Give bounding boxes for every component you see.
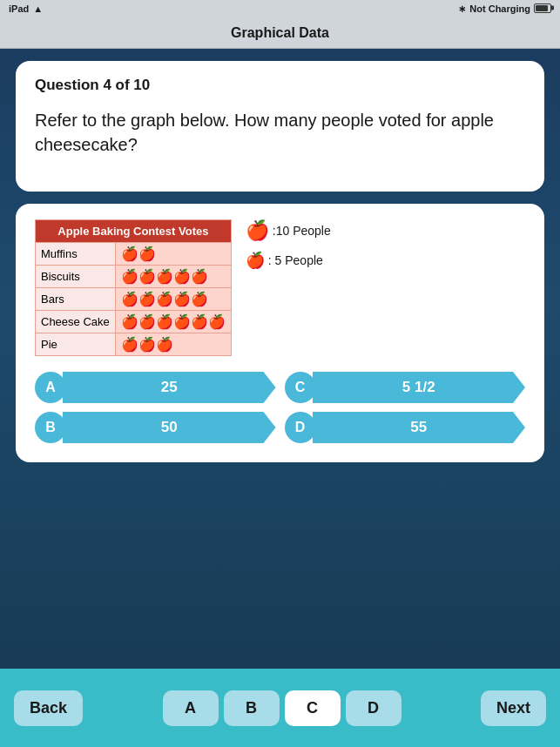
- answer-row-a[interactable]: A 25: [35, 372, 276, 403]
- legend-item-small: 🍎 : 5 People: [246, 251, 331, 270]
- answer-letter-d[interactable]: D: [285, 412, 316, 443]
- answer-value-a[interactable]: 25: [63, 372, 276, 403]
- table-container: Apple Baking Contest Votes Muffins 🍎🍎 Bi…: [35, 219, 525, 356]
- legend-apple-small-icon: 🍎: [246, 251, 265, 270]
- row-muffins-label: Muffins: [36, 243, 116, 266]
- not-charging-label: Not Charging: [469, 3, 530, 14]
- answer-btn-b[interactable]: B: [224, 690, 280, 726]
- row-biscuits-icons: 🍎🍎🍎🍎🍎: [115, 266, 231, 288]
- answer-option-d[interactable]: D 55: [285, 412, 526, 443]
- answer-option-a[interactable]: A 25: [35, 372, 276, 403]
- bluetooth-icon: ∗: [458, 3, 466, 15]
- answer-value-b[interactable]: 50: [63, 412, 276, 443]
- legend-small-label: : 5 People: [268, 253, 323, 267]
- legend-big-label: :10 People: [273, 224, 331, 238]
- next-button[interactable]: Next: [481, 690, 546, 726]
- answer-option-b[interactable]: B 50: [35, 412, 276, 443]
- answer-btn-c[interactable]: C: [285, 690, 341, 726]
- legend: 🍎 :10 People 🍎 : 5 People: [246, 219, 331, 270]
- answer-letter-a[interactable]: A: [35, 372, 66, 403]
- row-biscuits-label: Biscuits: [36, 266, 116, 288]
- status-left: iPad ▲: [9, 3, 43, 14]
- bottom-answer-buttons: A B C D: [163, 690, 401, 726]
- nav-title: Graphical Data: [231, 25, 329, 41]
- answer-letter-c[interactable]: C: [285, 372, 316, 403]
- row-pie-label: Pie: [36, 333, 116, 356]
- row-cheesecake-icons: 🍎🍎🍎🍎🍎🍎: [115, 311, 231, 333]
- row-cheesecake-label: Cheese Cake: [36, 311, 116, 333]
- status-right: ∗ Not Charging: [458, 3, 551, 15]
- answer-row-d[interactable]: D 55: [285, 412, 526, 443]
- table-title: Apple Baking Contest Votes: [36, 220, 232, 243]
- row-bars-label: Bars: [36, 288, 116, 311]
- bottom-bar: Back A B C D Next: [0, 669, 560, 747]
- ipad-label: iPad: [9, 3, 29, 14]
- answer-value-d[interactable]: 55: [313, 412, 526, 443]
- battery-icon: [534, 3, 551, 15]
- main-content: Question 4 of 10 Refer to the graph belo…: [0, 49, 560, 474]
- answer-letter-b[interactable]: B: [35, 412, 66, 443]
- answer-btn-d[interactable]: D: [346, 690, 401, 726]
- question-text: Refer to the graph below. How many peopl…: [35, 108, 525, 157]
- legend-apple-big-icon: 🍎: [246, 219, 269, 242]
- answer-row-b[interactable]: B 50: [35, 412, 276, 443]
- apple-table: Apple Baking Contest Votes Muffins 🍎🍎 Bi…: [35, 219, 232, 356]
- wifi-icon: ▲: [33, 3, 43, 14]
- nav-bar: Graphical Data: [0, 17, 560, 49]
- back-button[interactable]: Back: [14, 690, 83, 726]
- row-muffins-icons: 🍎🍎: [115, 243, 231, 266]
- answer-btn-a[interactable]: A: [163, 690, 219, 726]
- status-bar: iPad ▲ ∗ Not Charging: [0, 0, 560, 17]
- question-card: Question 4 of 10 Refer to the graph belo…: [16, 61, 544, 192]
- legend-item-big: 🍎 :10 People: [246, 219, 331, 242]
- answer-row-c[interactable]: C 5 1/2: [285, 372, 526, 403]
- answer-value-c[interactable]: 5 1/2: [313, 372, 526, 403]
- row-bars-icons: 🍎🍎🍎🍎🍎: [115, 288, 231, 311]
- question-header: Question 4 of 10: [35, 77, 525, 94]
- answer-grid: A 25 C 5 1/2 B 50 D 55: [35, 372, 525, 443]
- row-pie-icons: 🍎🍎🍎: [115, 333, 231, 356]
- answer-option-c[interactable]: C 5 1/2: [285, 372, 526, 403]
- graph-card: Apple Baking Contest Votes Muffins 🍎🍎 Bi…: [16, 204, 544, 462]
